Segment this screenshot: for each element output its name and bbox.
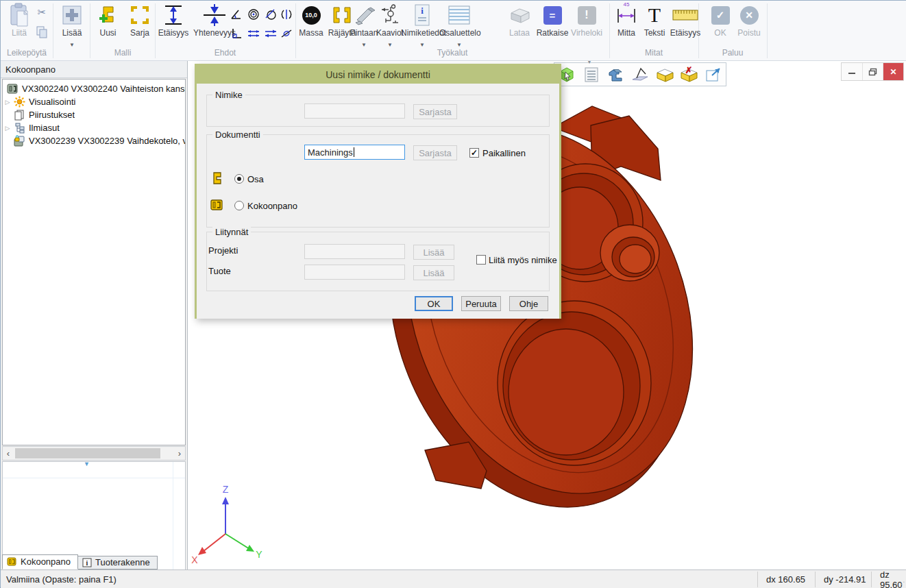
- export-view-icon[interactable]: [703, 64, 724, 85]
- error-log-icon: !: [578, 6, 596, 25]
- tree-item-drawings[interactable]: Piirustukset: [3, 108, 185, 121]
- nimike-sarjasta-label: Sarjasta: [419, 107, 452, 117]
- measure-distance-label: Etäisyys: [670, 28, 701, 38]
- tree-item-visualization[interactable]: ▷ Visualisointi: [3, 95, 185, 108]
- ribbon-toolbar: Liitä ✂ Leikepöytä Lisää ▼ Uusi Sarja: [1, 1, 906, 61]
- paste-button[interactable]: Liitä: [3, 2, 35, 38]
- storage-box-icon[interactable]: [654, 64, 675, 85]
- measure-distance-button[interactable]: Etäisyys: [670, 2, 701, 38]
- kokoonpano-label: Kokoonpano: [247, 201, 297, 211]
- status-dy: dy -214.91: [815, 572, 871, 587]
- colinear-constraint-icon[interactable]: [280, 27, 293, 40]
- tree-item-label: Visualisointi: [26, 97, 75, 107]
- expand-arrow-icon[interactable]: ▷: [3, 125, 12, 132]
- delete-storage-icon[interactable]: ✗: [678, 64, 699, 85]
- tree-item-features[interactable]: ▷ Ilmiasut: [3, 121, 185, 134]
- dialog-ok-button[interactable]: OK: [415, 296, 453, 311]
- load-button[interactable]: Lataa: [505, 2, 534, 38]
- tab-label: Kokoonpano: [21, 556, 71, 567]
- tree-item-label: Ilmiasut: [26, 123, 60, 133]
- solve-button[interactable]: = Ratkaise: [535, 2, 570, 38]
- symmetry-constraint-icon[interactable]: [280, 8, 293, 21]
- cut-button[interactable]: ✂: [35, 6, 49, 20]
- dimension-value: 45: [613, 1, 640, 8]
- axis-triad: Z X Y: [188, 480, 277, 569]
- list-sheet-icon[interactable]: ▼: [581, 64, 602, 85]
- scroll-right-arrow[interactable]: ›: [174, 447, 185, 460]
- splitter-handle-icon[interactable]: ▼: [84, 461, 90, 467]
- dimension-label: Mitta: [613, 28, 640, 38]
- parallel-constraint-icon[interactable]: [264, 27, 278, 40]
- ruler-icon: [670, 2, 701, 28]
- tree-item-label: VX3002240 VX3002240 Vaihteiston kansi, k…: [19, 84, 185, 94]
- liita-myos-checkbox[interactable]: [476, 255, 486, 265]
- concentric-constraint-icon[interactable]: [247, 8, 260, 21]
- item-info-caret[interactable]: ▼: [401, 42, 443, 48]
- ok-return-button[interactable]: ✓ OK: [708, 2, 733, 38]
- feature-tree-icon: [12, 122, 26, 134]
- restore-button[interactable]: [862, 63, 883, 80]
- mass-button[interactable]: 10,0 Massa: [296, 2, 326, 38]
- assembly-tree-panel: Kokoonpano VX3002240 VX3002240 Vaihteist…: [1, 61, 187, 569]
- item-info-button[interactable]: i Nimiketiedot ▼: [401, 2, 443, 38]
- add-dropdown-caret[interactable]: ▼: [57, 42, 87, 48]
- series-button[interactable]: Sarja: [124, 2, 156, 38]
- equal-constraint-icon[interactable]: [247, 27, 260, 40]
- text-button[interactable]: T Teksti: [641, 2, 668, 38]
- dimension-button[interactable]: 45 Mitta: [613, 2, 640, 38]
- tab-label: Tuoterakenne: [95, 557, 150, 567]
- tangent-constraint-icon[interactable]: [264, 8, 278, 21]
- kokoonpano-radio[interactable]: [234, 201, 244, 210]
- nimike-input[interactable]: [304, 103, 405, 119]
- tab-tuoterakenne[interactable]: i Tuoterakenne: [78, 556, 158, 569]
- error-log-button[interactable]: ! Virheloki: [570, 2, 604, 38]
- sun-icon: [12, 96, 26, 108]
- mass-value: 10,0: [305, 12, 317, 19]
- new-button[interactable]: Uusi: [93, 2, 123, 38]
- sketch-plane-icon[interactable]: [630, 64, 650, 85]
- child-window-controls: ✕: [841, 62, 904, 81]
- minimize-button[interactable]: [842, 63, 862, 80]
- dokumentti-sarjasta-button[interactable]: Sarjasta: [413, 145, 457, 160]
- tuote-input[interactable]: [304, 265, 405, 280]
- distance-constraint-button[interactable]: Etäisyys: [156, 2, 191, 38]
- dialog-ohje-button[interactable]: Ohje: [509, 296, 548, 311]
- copy-button[interactable]: [35, 25, 49, 39]
- osa-radio[interactable]: [234, 174, 244, 184]
- tree-horizontal-scrollbar[interactable]: ‹ ›: [2, 446, 186, 461]
- assembly-option-icon: [210, 198, 223, 212]
- perpendicular-constraint-icon[interactable]: [230, 27, 243, 40]
- distance-constraint-label: Etäisyys: [156, 28, 191, 38]
- tuote-lisaa-button[interactable]: Lisää: [413, 265, 454, 280]
- parts-list-button[interactable]: Osaluettelo ▼: [439, 2, 479, 38]
- text-icon: T: [641, 2, 668, 28]
- dokumentti-input[interactable]: Machinings: [304, 145, 405, 160]
- projekti-input[interactable]: [304, 244, 405, 259]
- panel-title: Kokoonpano: [1, 61, 187, 78]
- dialog-peruuta-button[interactable]: Peruuta: [461, 296, 501, 311]
- nimike-sarjasta-button[interactable]: Sarjasta: [413, 104, 457, 119]
- tree-item-part[interactable]: VX3002239 VX3002239 Vaihdekotelo, valu .: [3, 134, 185, 147]
- part-model-icon[interactable]: [605, 64, 626, 85]
- projekti-lisaa-button[interactable]: Lisää: [413, 245, 454, 260]
- paste-label: Liitä: [3, 28, 35, 38]
- scroll-left-arrow[interactable]: ‹: [3, 447, 14, 460]
- tree-item-root[interactable]: VX3002240 VX3002240 Vaihteiston kansi, k…: [3, 82, 185, 95]
- tab-kokoonpano[interactable]: Kokoonpano: [2, 554, 78, 569]
- add-plus-icon: [57, 2, 87, 28]
- exit-button[interactable]: ✕ Poistu: [734, 2, 764, 38]
- resize-grip[interactable]: ⋰: [898, 580, 905, 588]
- mass-icon: 10,0: [302, 6, 321, 25]
- scrollbar-thumb[interactable]: [15, 448, 160, 458]
- nimike-legend: Nimike: [212, 90, 245, 100]
- dialog-ohje-label: Ohje: [519, 299, 538, 309]
- parts-list-label: Osaluettelo: [439, 28, 479, 38]
- copy-icon: [35, 25, 49, 39]
- expand-arrow-icon[interactable]: ▷: [3, 99, 12, 106]
- angle-constraint-icon[interactable]: [230, 8, 243, 21]
- close-button[interactable]: ✕: [883, 63, 903, 80]
- paikallinen-checkbox[interactable]: ✓: [469, 148, 479, 158]
- liitynnat-legend: Liitynnät: [212, 227, 251, 237]
- parts-list-caret[interactable]: ▼: [439, 42, 479, 48]
- add-button[interactable]: Lisää ▼: [57, 2, 87, 38]
